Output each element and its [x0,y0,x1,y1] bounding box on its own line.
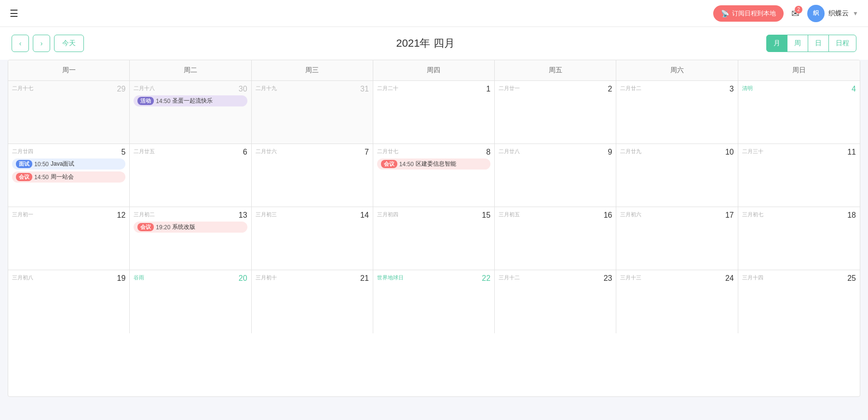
calendar-cell[interactable]: 二月廿八9 [495,144,616,207]
event[interactable]: 面试10:50Java面试 [12,158,125,170]
view-day-button[interactable]: 日 [808,35,829,52]
menu-icon[interactable]: ☰ [10,8,18,19]
event[interactable]: 活动14:50圣蛋一起流快乐 [134,95,247,106]
calendar-cell[interactable]: 三月初四15 [373,207,495,270]
lunar-date: 二月廿四 [12,148,33,155]
calendar-cell[interactable]: 三月十三24 [616,270,738,333]
calendar-cell[interactable]: 二月十九31 [252,81,373,144]
notification-button[interactable]: ✉ 2 [791,8,800,19]
cell-header: 三月初八19 [12,274,125,283]
event[interactable]: 会议19:20系统改版 [134,222,247,233]
calendar-cell[interactable]: 二月廿二3 [616,81,738,144]
day-number: 8 [486,148,490,157]
calendar-cell[interactable]: 二月廿六7 [252,144,373,207]
calendar-cell[interactable]: 三月初八19 [8,270,130,333]
lunar-date: 二月廿六 [256,148,277,155]
week-header: 周四 [373,60,495,80]
calendar-cell[interactable]: 三月初十21 [252,270,373,333]
cell-header: 三月十四25 [742,274,856,283]
calendar-cell[interactable]: 三月初二13会议19:20系统改版 [130,207,251,270]
user-name: 织蝶云 [828,9,849,18]
event-time: 10:50 [34,161,49,168]
day-number: 23 [604,274,612,283]
view-month-button[interactable]: 月 [766,35,787,52]
header-left: ☰ [10,8,18,19]
calendar-week: 三月初八19谷雨20三月初十21世界地球日22三月十二23三月十三24三月十四2… [8,270,860,333]
calendar-cell[interactable]: 二月廿四5面试10:50Java面试会议14:50周一站会 [8,144,130,207]
event-tag: 会议 [16,173,32,181]
cell-header: 二月廿八9 [499,148,612,157]
week-header: 周六 [616,60,738,80]
cell-header: 二月廿二3 [620,85,733,93]
lunar-date: 三月初七 [742,211,763,218]
week-header: 周日 [738,60,860,80]
view-week-button[interactable]: 周 [787,35,808,52]
calendar-cell[interactable]: 世界地球日22 [373,270,495,333]
today-button[interactable]: 今天 [54,35,84,52]
view-schedule-button[interactable]: 日程 [828,35,856,52]
event-title: Java面试 [51,160,74,168]
day-number: 31 [360,85,369,93]
calendar-cell[interactable]: 三月十四25 [738,270,860,333]
cell-header: 三月初一12 [12,211,125,220]
cell-header: 二月十九31 [256,85,369,93]
cell-header: 谷雨20 [134,274,247,283]
next-button[interactable]: › [33,35,50,52]
user-info[interactable]: 织 织蝶云 ▼ [807,5,858,22]
calendar-cell[interactable]: 二月三十11 [738,144,860,207]
calendar-cell[interactable]: 三月十二23 [495,270,616,333]
subscribe-button[interactable]: 📡 订阅日程到本地 [713,5,784,22]
week-header: 周二 [130,60,251,80]
event[interactable]: 会议14:50区建委信息智能 [377,158,490,170]
lunar-date: 二月十九 [256,85,277,92]
cell-header: 三月初三14 [256,211,369,220]
day-number: 5 [121,148,125,157]
cell-header: 二月廿七8 [377,148,490,157]
calendar-cell[interactable]: 谷雨20 [130,270,251,333]
nav-controls: ‹ › 今天 [12,35,84,52]
lunar-date: 三月初十 [256,274,277,281]
calendar-cell[interactable]: 二月十八30活动14:50圣蛋一起流快乐 [130,81,251,144]
lunar-date: 三月初八 [12,274,33,281]
event-tag: 会议 [137,223,154,231]
day-number: 30 [239,85,247,93]
week-header: 周一 [8,60,130,80]
dropdown-arrow-icon: ▼ [853,10,858,17]
lunar-date: 清明 [742,85,753,92]
calendar-cell[interactable]: 二月廿七8会议14:50区建委信息智能 [373,144,495,207]
calendar-title: 2021年 四月 [396,36,454,51]
calendar-cell[interactable]: 二月廿九10 [616,144,738,207]
day-number: 18 [847,211,856,220]
lunar-date: 三月初四 [377,211,398,218]
lunar-date: 二月廿五 [134,148,155,155]
calendar-cell[interactable]: 三月初三14 [252,207,373,270]
calendar-week: 二月十七29二月十八30活动14:50圣蛋一起流快乐二月十九31二月二十1二月廿… [8,81,860,144]
calendar-cell[interactable]: 三月初六17 [616,207,738,270]
prev-button[interactable]: ‹ [12,35,29,52]
event[interactable]: 会议14:50周一站会 [12,171,125,183]
lunar-date: 三月初五 [499,211,520,218]
calendar-cell[interactable]: 二月二十1 [373,81,495,144]
day-number: 29 [117,85,125,93]
calendar-header-row: 周一周二周三周四周五周六周日 [8,60,860,81]
calendar-cell[interactable]: 二月十七29 [8,81,130,144]
lunar-date: 二月二十 [377,85,398,92]
calendar-cell[interactable]: 三月初一12 [8,207,130,270]
calendar-week: 二月廿四5面试10:50Java面试会议14:50周一站会二月廿五6二月廿六7二… [8,144,860,207]
cell-header: 三月初五16 [499,211,612,220]
cell-header: 三月初十21 [256,274,369,283]
cell-header: 世界地球日22 [377,274,490,283]
calendar-cell[interactable]: 二月廿一2 [495,81,616,144]
calendar-grid: 二月十七29二月十八30活动14:50圣蛋一起流快乐二月十九31二月二十1二月廿… [8,81,860,396]
day-number: 3 [730,85,734,93]
cell-header: 清明4 [742,85,856,93]
day-number: 15 [482,211,490,220]
lunar-date: 世界地球日 [377,274,404,281]
day-number: 11 [847,148,856,157]
calendar-cell[interactable]: 三月初七18 [738,207,860,270]
event-time: 19:20 [156,224,170,231]
calendar-cell[interactable]: 二月廿五6 [130,144,251,207]
calendar-cell[interactable]: 三月初五16 [495,207,616,270]
calendar-cell[interactable]: 清明4 [738,81,860,144]
calendar-container: 周一周二周三周四周五周六周日 二月十七29二月十八30活动14:50圣蛋一起流快… [8,60,860,397]
